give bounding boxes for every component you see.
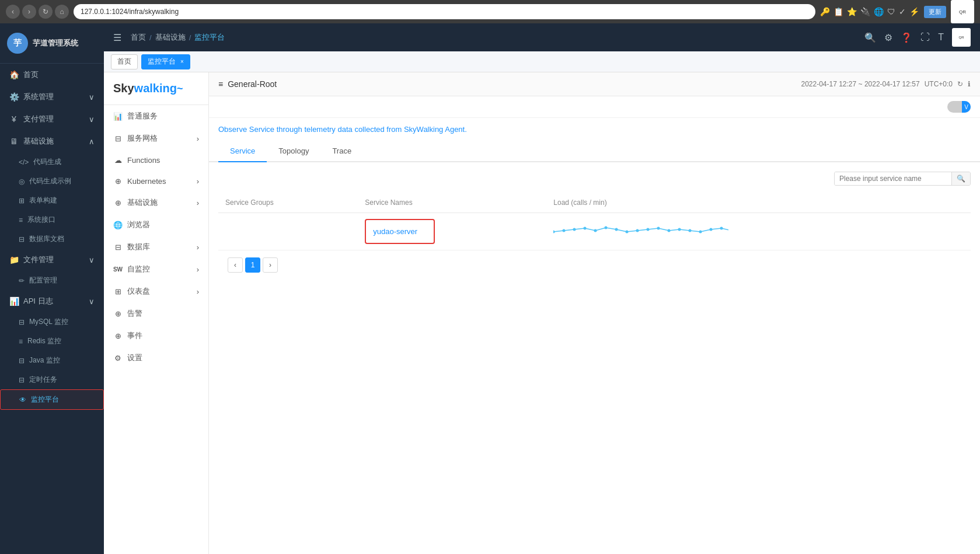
sw-infra-icon: ⊕	[113, 198, 123, 207]
page-1-button[interactable]: 1	[245, 257, 260, 273]
update-button[interactable]: 更新	[924, 6, 946, 18]
extension-icon-7[interactable]: ✓	[899, 7, 906, 16]
config-mgmt-icon: ✏	[19, 277, 25, 285]
sw-menu-functions[interactable]: ☁ Functions	[104, 149, 208, 170]
sidebar-item-system[interactable]: ⚙️ 系统管理 ∨	[0, 86, 104, 108]
sw-toggle-v-label: V	[962, 101, 971, 113]
sw-menu-infra[interactable]: ⊕ 基础设施 ›	[104, 191, 208, 214]
extension-icon-8[interactable]: ⚡	[909, 7, 919, 16]
sidebar-system-api-label: 系统接口	[27, 215, 55, 225]
service-search-button[interactable]: 🔍	[951, 172, 970, 185]
sw-menu-mesh[interactable]: ⊟ 服务网格 ›	[104, 127, 208, 149]
page-next-button[interactable]: ›	[263, 257, 278, 273]
sw-menu-event[interactable]: ⊕ 事件	[104, 325, 208, 347]
sw-sidebar: Skywalking~ 📊 普通服务 ⊟ 服务网格 › ☁ Functio	[104, 72, 209, 554]
url-bar[interactable]: 127.0.0.1:1024/infra/skywalking	[74, 4, 815, 19]
file-mgmt-icon: 📁	[9, 255, 19, 264]
back-button[interactable]: ‹	[6, 5, 20, 19]
tab-trace[interactable]: Trace	[320, 141, 363, 162]
extension-icon-5[interactable]: 🌐	[874, 7, 884, 16]
col-service-load: Load (calls / min)	[546, 193, 971, 213]
tab-topology[interactable]: Topology	[267, 141, 320, 162]
sw-functions-label: Functions	[127, 156, 160, 165]
tab-home-label: 首页	[117, 57, 131, 67]
sw-menu-database[interactable]: ⊟ 数据库 ›	[104, 236, 208, 258]
page-prev-button[interactable]: ‹	[228, 257, 243, 273]
sidebar-item-config-mgmt[interactable]: ✏ 配置管理	[0, 271, 104, 290]
main-content: ☰ 首页 / 基础设施 / 监控平台 🔍 ⚙ ❓ ⛶ T QR	[104, 23, 980, 554]
sw-menu-alarm[interactable]: ⊕ 告警	[104, 302, 208, 325]
tab-monitor-label: 监控平台	[148, 57, 176, 67]
extension-icon-2[interactable]: 📋	[833, 7, 843, 16]
col-service-names: Service Names	[358, 193, 546, 213]
tab-monitor-platform[interactable]: 监控平台 ×	[141, 54, 190, 69]
sidebar-item-mysql-monitor[interactable]: ⊟ MySQL 监控	[0, 312, 104, 332]
tab-close-icon[interactable]: ×	[180, 58, 184, 65]
sw-browser-label: 浏览器	[127, 219, 150, 230]
sw-menu-settings[interactable]: ⚙ 设置	[104, 347, 208, 369]
sidebar-item-java-monitor[interactable]: ⊟ Java 监控	[0, 351, 104, 370]
tab-home[interactable]: 首页	[111, 54, 138, 69]
forward-button[interactable]: ›	[22, 5, 36, 19]
search-icon[interactable]: 🔍	[864, 32, 876, 43]
sidebar-item-file-mgmt[interactable]: 📁 文件管理 ∨	[0, 249, 104, 271]
sidebar-item-code-gen[interactable]: </> 代码生成	[0, 152, 104, 172]
refresh-button[interactable]: ↻	[39, 5, 53, 19]
help-icon[interactable]: ❓	[901, 32, 912, 43]
sidebar-item-payment[interactable]: ¥ 支付管理 ∨	[0, 108, 104, 130]
db-docs-icon: ⊟	[19, 235, 25, 243]
infra-arrow-icon: ∧	[89, 137, 95, 146]
github-icon[interactable]: ⚙	[884, 32, 892, 43]
sw-menu-dashboard[interactable]: ⊞ 仪表盘 ›	[104, 280, 208, 302]
sidebar-item-code-gen-example[interactable]: ◎ 代码生成示例	[0, 172, 104, 191]
sidebar-item-monitor-platform[interactable]: 👁 监控平台	[0, 389, 104, 410]
extension-icon-6[interactable]: 🛡	[887, 7, 895, 16]
system-icon: ⚙️	[9, 92, 19, 102]
sidebar-item-system-api[interactable]: ≡ 系统接口	[0, 210, 104, 229]
sidebar-home-label: 首页	[23, 69, 39, 80]
home-button[interactable]: ⌂	[55, 5, 69, 19]
sidebar-item-api-log[interactable]: 📊 API 日志 ∨	[0, 290, 104, 312]
sidebar-payment-label: 支付管理	[23, 114, 54, 124]
sw-toggle[interactable]: V	[947, 101, 971, 113]
sidebar-item-schedule-task[interactable]: ⊟ 定时任务	[0, 370, 104, 389]
top-nav-right: 🔍 ⚙ ❓ ⛶ T QR	[864, 28, 971, 47]
service-search-input[interactable]	[835, 172, 951, 185]
sw-menu-kubernetes[interactable]: ⊕ Kubernetes ›	[104, 170, 208, 191]
sw-menu-self-monitor[interactable]: SW 自监控 ›	[104, 258, 208, 280]
sidebar-java-label: Java 监控	[29, 356, 60, 365]
sw-timezone: UTC+0:0	[925, 80, 953, 88]
sw-menu-general[interactable]: 📊 普通服务	[104, 105, 208, 127]
sidebar-item-form-builder[interactable]: ⊞ 表单构建	[0, 191, 104, 210]
extension-icon-4[interactable]: 🔌	[860, 7, 870, 16]
font-icon[interactable]: T	[938, 32, 944, 43]
sidebar-item-redis-monitor[interactable]: ≡ Redis 监控	[0, 332, 104, 351]
sw-menu-browser[interactable]: 🌐 浏览器	[104, 214, 208, 236]
sidebar-item-db-docs[interactable]: ⊟ 数据库文档	[0, 229, 104, 249]
api-log-icon: 📊	[9, 297, 19, 306]
breadcrumb-infra[interactable]: 基础设施	[155, 32, 186, 43]
sw-self-monitor-icon: SW	[113, 264, 123, 274]
sidebar-item-home[interactable]: 🏠 首页	[0, 64, 104, 86]
breadcrumb-monitor[interactable]: 监控平台	[194, 32, 225, 43]
sidebar-infra-label: 基础设施	[23, 136, 54, 147]
col-service-groups: Service Groups	[218, 193, 358, 213]
sw-time-range: 2022-04-17 12:27 ~ 2022-04-17 12:57	[801, 80, 919, 88]
breadcrumb-home[interactable]: 首页	[131, 32, 146, 43]
fullscreen-icon[interactable]: ⛶	[920, 32, 930, 43]
sw-refresh-icon[interactable]: ↻	[957, 80, 963, 88]
sidebar-item-infra[interactable]: 🖥 基础设施 ∧	[0, 130, 104, 152]
extension-icon-1[interactable]: 🔑	[820, 7, 830, 16]
sw-info-icon[interactable]: ℹ	[968, 80, 971, 88]
sw-event-icon: ⊕	[113, 331, 123, 340]
browser-nav-buttons[interactable]: ‹ › ↻ ⌂	[6, 5, 69, 19]
service-name-link[interactable]: yudao-server	[373, 227, 417, 236]
tab-service[interactable]: Service	[218, 141, 267, 162]
sw-header-title: General-Root	[228, 79, 277, 89]
svg-point-13	[689, 229, 692, 232]
sw-toggle-bar: V	[209, 96, 980, 118]
hamburger-icon[interactable]: ☰	[113, 32, 121, 43]
svg-point-9	[647, 228, 650, 231]
sidebar-schedule-label: 定时任务	[29, 375, 57, 385]
extension-icon-3[interactable]: ⭐	[847, 7, 857, 16]
